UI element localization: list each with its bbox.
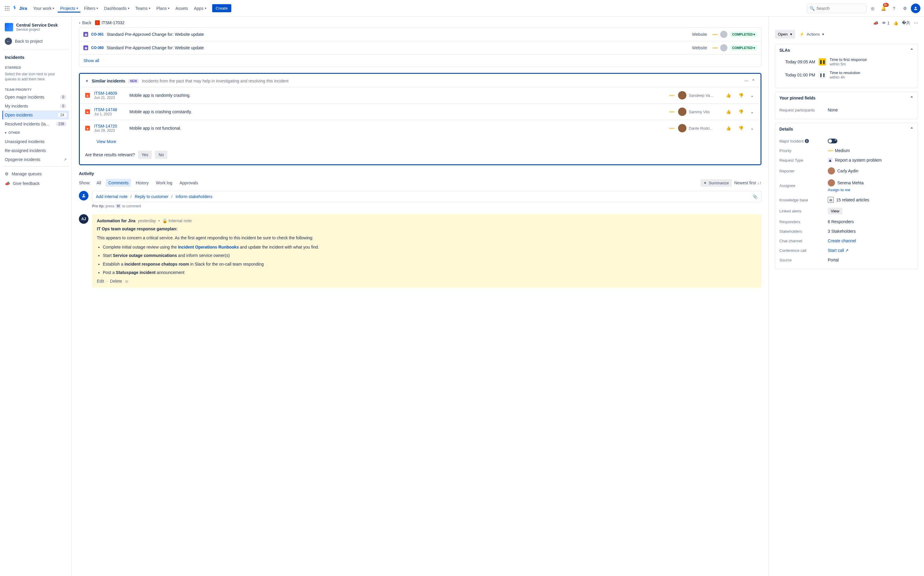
notifications-icon[interactable]: 🔔9+ (879, 3, 888, 13)
more-icon[interactable]: ⋯ (745, 78, 749, 83)
field-request-type-value[interactable]: ▲Report a system problem (828, 158, 914, 163)
back-button[interactable]: ‹ Back (79, 20, 91, 25)
field-kb-value[interactable]: ▤15 related articles (828, 197, 914, 203)
create-button[interactable]: Create (212, 4, 231, 12)
back-to-project[interactable]: ← Back to project (2, 35, 69, 47)
search-input[interactable]: 🔍 (807, 3, 866, 13)
tab-comments[interactable]: Comments (106, 179, 131, 187)
sort-button[interactable]: Newest first↓↑ (734, 181, 761, 185)
issue-key[interactable]: ! ITSM-17032 (95, 20, 125, 25)
comment-edit[interactable]: Edit (97, 279, 104, 283)
app-switcher-icon[interactable] (3, 5, 11, 12)
comment-author[interactable]: Automation for Jira (97, 218, 135, 223)
nav-assets[interactable]: Assets (173, 4, 191, 13)
settings-icon[interactable]: ⚙ (900, 3, 910, 13)
nav-teams[interactable]: Teams▾ (133, 4, 153, 13)
pinned-header[interactable]: Your pinned fields⌃ (775, 92, 918, 104)
sim-reporter[interactable]: Sammy Vito (678, 107, 720, 116)
create-channel-link[interactable]: Create channel (828, 238, 856, 243)
field-value[interactable]: None (828, 107, 914, 112)
watchers[interactable]: 👁1 (882, 21, 890, 26)
attachment-icon[interactable]: 📎 (753, 194, 757, 199)
actions-dropdown[interactable]: ⚡Actions▾ (798, 30, 826, 38)
assign-to-me-link[interactable]: Assign to me (828, 187, 850, 192)
queue-reassigned[interactable]: Re-assigned incidents (2, 146, 69, 155)
field-priority-value[interactable]: ══Medium (828, 148, 914, 153)
comment-delete[interactable]: Delete (110, 279, 122, 283)
emoji-reaction-icon[interactable]: ☺ (124, 279, 128, 283)
thumbs-up-icon[interactable]: 👍 (724, 107, 732, 116)
status-lozenge[interactable]: COMPLETED ▾ (730, 45, 757, 51)
tab-all[interactable]: All (94, 179, 104, 187)
view-more-link[interactable]: View More (96, 139, 116, 144)
nav-filters[interactable]: Filters▾ (82, 4, 101, 13)
thumbs-down-icon[interactable]: 👎 (737, 124, 745, 132)
linked-key[interactable]: CO-360 (91, 46, 104, 50)
thumbs-down-icon[interactable]: 👎 (737, 91, 745, 99)
more-icon[interactable]: ⋯ (914, 21, 918, 26)
start-call-link[interactable]: Start call↗ (828, 248, 849, 253)
nav-apps[interactable]: Apps▾ (192, 4, 208, 13)
queue-open-incidents[interactable]: Open incidents24 (2, 110, 69, 120)
runbooks-link[interactable]: Incident Operations Runbooks (178, 245, 239, 250)
tab-worklog[interactable]: Work log (154, 179, 175, 187)
sim-reporter[interactable]: Sandeep Va... (678, 91, 720, 99)
manage-queues[interactable]: ⚙Manage queues (2, 169, 69, 179)
tab-approvals[interactable]: Approvals (177, 179, 200, 187)
project-header[interactable]: Central Service Desk Service project (2, 21, 69, 35)
slas-header[interactable]: SLAs⌃ (775, 44, 918, 56)
queue-unassigned[interactable]: Unassigned incidents (2, 137, 69, 146)
sim-key[interactable]: ITSM-14748 (94, 107, 125, 112)
nav-your-work[interactable]: Your work▾ (31, 4, 57, 13)
compass-icon[interactable]: ◎ (868, 3, 878, 13)
relevance-yes-button[interactable]: Yes (138, 150, 152, 159)
sim-reporter[interactable]: Dante Rodri... (678, 124, 720, 132)
feedback-icon[interactable]: 📣 (873, 21, 878, 26)
chevron-down-icon[interactable]: ⌄ (749, 109, 755, 114)
inform-stakeholders-link[interactable]: Inform stakeholders (175, 194, 212, 199)
thumbs-up-icon[interactable]: 👍 (724, 91, 732, 99)
linked-row[interactable]: ▣ CO-361 Standard Pre-Approved Change fo… (79, 28, 761, 41)
chevron-down-icon[interactable]: ⌄ (749, 126, 755, 131)
comment-input[interactable]: Add internal note / Reply to customer / … (92, 191, 761, 202)
assignee-avatar[interactable] (720, 31, 727, 38)
view-alerts-button[interactable]: View (828, 208, 842, 214)
linked-key[interactable]: CO-361 (91, 32, 104, 37)
queue-open-major[interactable]: Open major incidents0 (2, 93, 69, 102)
thumbs-down-icon[interactable]: 👎 (737, 107, 745, 116)
info-icon[interactable]: i (805, 139, 809, 143)
tab-history[interactable]: History (133, 179, 151, 187)
search-field[interactable] (817, 6, 869, 11)
status-dropdown[interactable]: Open▾ (775, 30, 795, 38)
share-icon[interactable]: �共 (902, 20, 910, 26)
thumbs-up-icon[interactable]: 👍 (724, 124, 732, 132)
chevron-up-icon[interactable]: ⌃ (751, 78, 755, 83)
assignee-avatar[interactable] (720, 44, 727, 51)
vote-icon[interactable]: 👍 (893, 21, 898, 26)
jira-logo[interactable]: Jira (12, 5, 27, 11)
nav-projects[interactable]: Projects▾ (58, 4, 80, 13)
field-assignee-value[interactable]: Serena Mehta (828, 179, 864, 186)
sim-key[interactable]: ITSM-14720 (94, 124, 125, 128)
major-incident-toggle[interactable] (828, 139, 838, 143)
help-icon[interactable]: ? (889, 3, 899, 13)
queue-my-incidents[interactable]: My incidents0 (2, 102, 69, 110)
linked-row[interactable]: ▣ CO-360 Standard Pre-Approved Change fo… (79, 41, 761, 55)
details-header[interactable]: Details⌃ (775, 123, 918, 135)
user-avatar[interactable] (911, 3, 921, 13)
give-feedback[interactable]: 📣Give feedback (2, 179, 69, 188)
add-internal-note-link[interactable]: Add internal note (96, 194, 128, 199)
nav-plans[interactable]: Plans▾ (154, 4, 172, 13)
reply-customer-link[interactable]: Reply to customer (135, 194, 168, 199)
chevron-down-icon[interactable]: ⌄ (749, 93, 755, 98)
field-responders-value[interactable]: 6 Responders (828, 219, 914, 224)
queue-resolved[interactable]: Resolved incidents (la...238 (2, 120, 69, 128)
field-stakeholders-value[interactable]: 3 Stakeholders (828, 229, 914, 234)
sim-key[interactable]: ITSM-14609 (94, 91, 125, 96)
queue-opsgenie[interactable]: Opsgenie incidents↗ (2, 155, 69, 164)
summarize-button[interactable]: ✦Summarize (700, 179, 732, 187)
nav-dashboards[interactable]: Dashboards▾ (102, 4, 132, 13)
show-all-link[interactable]: Show all (83, 58, 99, 63)
relevance-no-button[interactable]: No (155, 150, 167, 159)
field-reporter-value[interactable]: Carly Aydin (828, 167, 914, 174)
